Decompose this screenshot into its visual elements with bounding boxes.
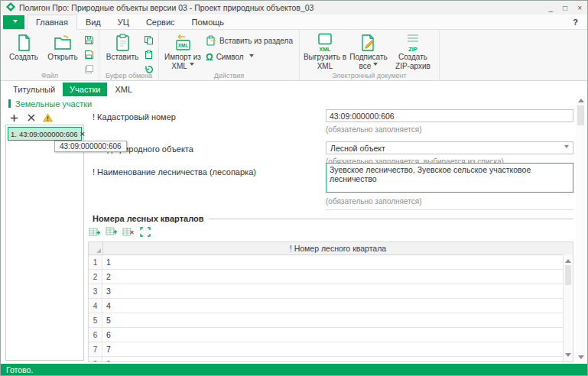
list-item-plot-1[interactable]: 1. 43:09:000000:606 × (8, 127, 82, 141)
cadastral-tooltip: 43:09:000000:606 (54, 141, 127, 152)
corner-triangle-icon (96, 248, 101, 253)
create-button[interactable]: Создать (5, 31, 43, 62)
cadastral-label: ! Кадастровый номер (93, 112, 176, 122)
object-type-value: Лесной объект (330, 144, 385, 153)
tab-vid[interactable]: Вид (77, 15, 109, 29)
tab-servis[interactable]: Сервис (138, 15, 184, 29)
create-zip-button[interactable]: ZIP Создать ZIP-архив (391, 31, 435, 71)
quarters-table: ! Номер лесного квартала 11 22 33 44 55 … (88, 241, 573, 362)
help-icon[interactable]: ? (564, 15, 587, 29)
table-delete-row-icon[interactable] (122, 226, 135, 238)
ribbon: Создать Открыть Файл Вставить (1, 30, 587, 81)
plot-index: 1. (11, 130, 17, 138)
group-label-actions: Действия (159, 72, 299, 79)
group-label-edoc: Электронный документ (300, 72, 439, 79)
group-clipboard: Вставить Буфер обмена (99, 30, 159, 80)
chevron-down-icon (249, 54, 254, 60)
scrollbar-thumb[interactable] (577, 105, 584, 125)
group-actions: XML Импорт из XML Вставить из раздела Ω … (159, 30, 300, 80)
paste-button[interactable]: Вставить (103, 31, 141, 62)
add-plot-button[interactable] (8, 112, 20, 124)
cadastral-number-input[interactable] (326, 109, 573, 122)
clipboard-icon (114, 33, 132, 53)
open-button[interactable]: Открыть (44, 31, 82, 62)
group-label-clipboard: Буфер обмена (99, 72, 158, 79)
plots-toolbar (5, 111, 84, 125)
section-title: Земельные участки (15, 99, 92, 109)
paste-from-section-icon (206, 35, 216, 47)
warning-icon[interactable] (42, 112, 54, 124)
minimize-icon[interactable]: _ (549, 4, 554, 12)
tab-titulny[interactable]: Титульный (6, 83, 62, 96)
status-text: Готово. (6, 365, 33, 374)
file-menu-button[interactable] (3, 15, 24, 29)
select-all-cell[interactable] (89, 242, 103, 254)
title-bar: Полигон Про: Природные объекты версии 03… (1, 1, 587, 15)
scroll-down-icon[interactable] (564, 352, 573, 361)
group-edoc: XML Выгрузить в XML Подписать все ZIP Со… (300, 30, 440, 80)
tab-xml[interactable]: XML (108, 83, 139, 96)
chevron-down-icon (190, 63, 194, 68)
plot-form: ! Кадастровый номер (обязательно заполня… (86, 109, 575, 364)
paste-special-icon[interactable] (142, 49, 154, 60)
close-icon[interactable]: × (577, 4, 582, 12)
forestry-name-label: ! Наименование лесничества (лесопарка) (93, 167, 256, 177)
open-folder-icon (54, 33, 72, 53)
ribbon-tab-bar: Главная Вид УЦ Сервис Помощь ? (1, 15, 587, 30)
window-title: Полигон Про: Природные объекты версии 03… (19, 3, 313, 12)
chevron-down-icon (373, 63, 378, 68)
delete-plot-button[interactable] (25, 112, 37, 124)
table-add-row-icon[interactable] (88, 226, 101, 238)
table-row: 22 (89, 270, 563, 284)
maximize-icon[interactable]: □ (563, 4, 567, 12)
sign-all-button[interactable]: Подписать все (347, 31, 390, 71)
copy-icon[interactable] (142, 34, 154, 46)
import-xml-button[interactable]: XML Импорт из XML (163, 31, 203, 71)
export-xml-icon: XML (316, 33, 334, 53)
save-as-icon[interactable] (83, 49, 95, 60)
table-row: 77 (89, 342, 563, 357)
tab-uc[interactable]: УЦ (109, 15, 138, 29)
save-icon[interactable] (83, 34, 95, 46)
content-area: 1. 43:09:000000:606 × 43:09:000000:606 !… (1, 109, 587, 364)
section-accent-bar (8, 99, 11, 108)
page-scrollbar[interactable] (576, 96, 586, 362)
table-row: 44 (89, 299, 563, 313)
tab-uchastki[interactable]: Участки (63, 83, 107, 96)
import-xml-icon: XML (173, 33, 193, 53)
new-document-icon (15, 33, 33, 53)
forestry-name-textarea[interactable]: Зуевское лесничество, Зуевское сельское … (326, 163, 573, 193)
table-insert-row-icon[interactable] (105, 226, 118, 238)
group-label-file: Файл (1, 72, 99, 79)
status-bar: Готово. (1, 364, 587, 375)
table-header-row: ! Номер лесного квартала (89, 242, 573, 255)
scrollbar-thumb[interactable] (565, 265, 571, 285)
chevron-down-icon (564, 145, 569, 151)
object-type-select[interactable]: Лесной объект (326, 141, 573, 154)
table-scrollbar[interactable] (563, 254, 573, 361)
quarters-title-rule (209, 219, 573, 219)
document-tabs: Титульный Участки XML (1, 81, 587, 96)
scroll-up-icon[interactable] (578, 96, 584, 102)
sign-document-icon (359, 33, 378, 53)
table-row: 88 (89, 357, 563, 362)
table-fit-icon[interactable] (138, 226, 151, 238)
paste-from-section-button[interactable]: Вставить из раздела (203, 34, 295, 48)
symbol-button[interactable]: Ω Символ (203, 50, 295, 64)
xml-label: XML (178, 43, 189, 48)
tab-glavnaya[interactable]: Главная (27, 15, 77, 30)
plot-cadastral-number: 43:09:000000:606 (19, 130, 78, 138)
table-row: 33 (89, 284, 563, 299)
xml-label: XML (320, 47, 332, 52)
scroll-down-icon[interactable] (578, 355, 584, 362)
chevron-down-icon (13, 20, 18, 25)
scroll-up-icon[interactable] (564, 254, 573, 264)
zip-label: ZIP (408, 46, 417, 53)
quarters-toolbar (88, 226, 151, 238)
field-separator (326, 209, 573, 210)
close-icon[interactable]: × (80, 130, 85, 138)
tab-pomosch[interactable]: Помощь (184, 15, 233, 29)
app-window: Полигон Про: Природные объекты версии 03… (0, 0, 588, 376)
export-xml-button[interactable]: XML Выгрузить в XML (304, 31, 346, 71)
column-header: ! Номер лесного квартала (103, 242, 573, 254)
